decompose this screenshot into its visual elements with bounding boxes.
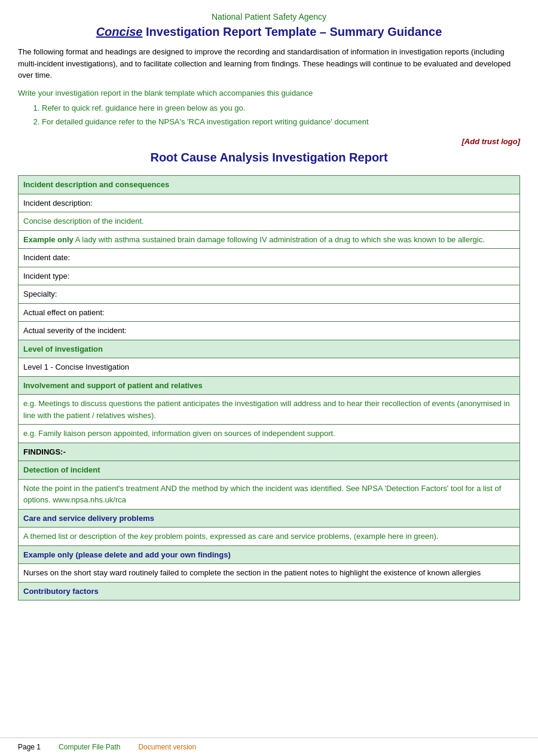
agency-title: National Patient Safety Agency [18,12,520,22]
findings-header: FINDINGS:- [19,443,520,461]
section-involvement: Involvement and support of patient and r… [19,376,520,395]
rca-title: Root Cause Analysis Investigation Report [18,151,520,164]
instruction-item-2: For detailed guidance refer to the NPSA'… [42,115,520,129]
trust-logo: [Add trust logo] [18,137,520,146]
row-incident-date: Incident date: [19,249,520,267]
intro-paragraph: The following format and headings are de… [18,46,520,81]
row-actual-effect: Actual effect on patient: [19,303,520,322]
row-specialty: Specialty: [19,285,520,304]
section-example-only: Example only (please delete and add your… [19,545,520,564]
report-table: Incident description and consequences In… [18,175,520,600]
title-rest: Investigation Report Template – Summary … [142,25,442,38]
footer-docversion: Document version [138,743,196,751]
actual-severity-label: Actual severity of the incident: [19,322,520,340]
row-incident-desc-concise: Concise description of the incident. [19,212,520,231]
specialty-label: Specialty: [19,285,520,304]
care-desc: A themed list or description of the key … [19,528,520,546]
example-text: Example only A lady with asthma sustaine… [19,230,520,249]
footer-filepath: Computer File Path [59,743,120,751]
write-instruction: Write your investigation report in the b… [18,89,520,97]
incident-desc-concise: Concise description of the incident. [19,212,520,231]
incident-section-header: Incident description and consequences [19,176,520,194]
section-care: Care and service delivery problems [19,509,520,528]
nurses-text: Nurses on the short stay ward routinely … [19,564,520,583]
section-findings: FINDINGS:- [19,443,520,461]
actual-effect-label: Actual effect on patient: [19,303,520,322]
title-concise: Concise [96,25,143,38]
page-footer: Page 1 Computer File Path Document versi… [0,737,538,756]
row-actual-severity: Actual severity of the incident: [19,322,520,340]
report-title: Concise Investigation Report Template – … [18,25,520,39]
row-care-desc: A themed list or description of the key … [19,528,520,546]
incident-date-label: Incident date: [19,249,520,267]
row-incident-desc-label: Incident description: [19,194,520,212]
example-only-header: Example only (please delete and add your… [19,545,520,564]
section-contributory: Contributory factors [19,582,520,600]
incident-type-label: Incident type: [19,267,520,285]
example-rest: A lady with asthma sustained brain damag… [74,235,485,244]
care-header: Care and service delivery problems [19,509,520,528]
care-desc-before: A themed list or description of the [23,532,140,541]
row-detection-note: Note the point in the patient's treatmen… [19,479,520,509]
incident-desc-label: Incident description: [19,194,520,212]
footer-page: Page 1 [18,743,41,751]
row-involvement-2: e.g. Family liaison person appointed, in… [19,425,520,443]
instruction-item-1: Refer to quick ref. guidance here in gre… [42,101,520,115]
involvement-text-2: e.g. Family liaison person appointed, in… [19,425,520,443]
row-nurses: Nurses on the short stay ward routinely … [19,564,520,583]
contributory-header: Contributory factors [19,582,520,600]
level-value: Level 1 - Concise Investigation [19,358,520,377]
care-desc-after: problem points, expressed as care and se… [152,532,438,541]
level-section-header: Level of investigation [19,340,520,358]
section-incident: Incident description and consequences [19,176,520,194]
row-example: Example only A lady with asthma sustaine… [19,230,520,249]
detection-note: Note the point in the patient's treatmen… [19,479,520,509]
involvement-section-header: Involvement and support of patient and r… [19,376,520,395]
care-key-word: key [140,532,152,541]
row-incident-type: Incident type: [19,267,520,285]
example-bold-label: Example only [23,235,74,244]
detection-link[interactable]: www.npsa.nhs.uk/rca [53,495,126,504]
section-level: Level of investigation [19,340,520,358]
row-level-value: Level 1 - Concise Investigation [19,358,520,377]
detection-header: Detection of incident [19,461,520,480]
row-involvement-1: e.g. Meetings to discuss questions the p… [19,395,520,425]
section-detection: Detection of incident [19,461,520,480]
involvement-text-1: e.g. Meetings to discuss questions the p… [19,395,520,425]
